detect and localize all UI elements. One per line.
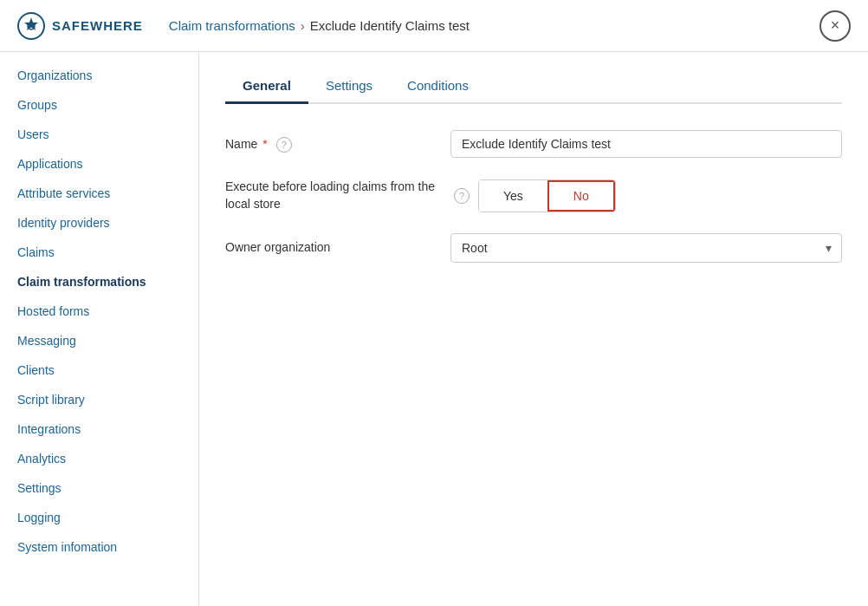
close-button[interactable]: × (819, 10, 851, 42)
sidebar-item-clients[interactable]: Clients (0, 355, 198, 385)
tab-conditions[interactable]: Conditions (390, 69, 486, 104)
tab-general[interactable]: General (225, 69, 308, 104)
breadcrumb: Claim transformations › Exclude Identify… (169, 18, 470, 33)
name-input[interactable] (450, 130, 842, 158)
sidebar-item-attribute-services[interactable]: Attribute services (0, 179, 198, 208)
logo-text: SAFEWHERE (52, 18, 143, 33)
close-icon: × (831, 16, 840, 35)
sidebar-item-applications[interactable]: Applications (0, 149, 198, 179)
sidebar-item-hosted-forms[interactable]: Hosted forms (0, 296, 198, 326)
tabs: GeneralSettingsConditions (225, 69, 842, 104)
breadcrumb-separator: › (301, 18, 305, 33)
yes-no-toggle: Yes No (478, 179, 616, 212)
owner-select[interactable]: Root (450, 233, 842, 263)
sidebar-item-integrations[interactable]: Integrations (0, 414, 198, 444)
sidebar-item-identity-providers[interactable]: Identity providers (0, 208, 198, 238)
header: SAFEWHERE Claim transformations › Exclud… (0, 0, 868, 52)
logo: SAFEWHERE (17, 12, 143, 40)
sidebar-item-settings[interactable]: Settings (0, 473, 198, 503)
execute-help-icon[interactable]: ? (454, 188, 470, 204)
sidebar-item-organizations[interactable]: Organizations (0, 61, 198, 90)
sidebar-item-script-library[interactable]: Script library (0, 385, 198, 414)
sidebar: OrganizationsGroupsUsersApplicationsAttr… (0, 52, 199, 606)
sidebar-item-messaging[interactable]: Messaging (0, 326, 198, 355)
execute-label: Execute before loading claims from the l… (225, 179, 450, 212)
logo-icon (17, 12, 45, 40)
name-field-wrapper (450, 130, 842, 158)
owner-label: Owner organization (225, 233, 450, 254)
sidebar-item-users[interactable]: Users (0, 120, 198, 149)
breadcrumb-link[interactable]: Claim transformations (169, 18, 295, 33)
form: Name* ? Execute before loading claims fr… (225, 130, 842, 263)
owner-select-wrapper: Root ▾ (450, 233, 842, 263)
sidebar-item-logging[interactable]: Logging (0, 503, 198, 532)
sidebar-item-groups[interactable]: Groups (0, 90, 198, 120)
sidebar-item-claims[interactable]: Claims (0, 238, 198, 267)
name-help-icon[interactable]: ? (276, 137, 292, 153)
sidebar-item-claim-transformations[interactable]: Claim transformations (0, 267, 198, 296)
execute-row: Execute before loading claims from the l… (225, 179, 842, 212)
owner-row: Owner organization Root ▾ (225, 233, 842, 263)
tab-settings[interactable]: Settings (308, 69, 390, 104)
layout: OrganizationsGroupsUsersApplicationsAttr… (0, 52, 868, 606)
sidebar-item-analytics[interactable]: Analytics (0, 444, 198, 473)
yes-button[interactable]: Yes (479, 180, 547, 212)
execute-control: ? Yes No (450, 179, 842, 212)
main-content: GeneralSettingsConditions Name* ? Execut… (199, 52, 868, 606)
breadcrumb-current: Exclude Identify Claims test (310, 18, 470, 33)
name-label: Name* ? (225, 130, 450, 153)
name-row: Name* ? (225, 130, 842, 158)
owner-field-wrapper: Root ▾ (450, 233, 842, 263)
no-button[interactable]: No (547, 180, 615, 212)
sidebar-item-system-information[interactable]: System infomation (0, 532, 198, 562)
required-star: * (262, 137, 267, 151)
